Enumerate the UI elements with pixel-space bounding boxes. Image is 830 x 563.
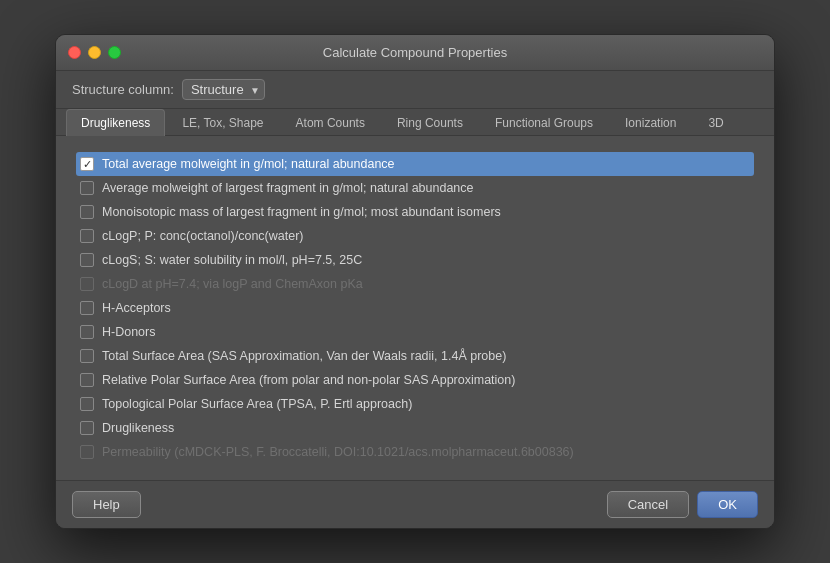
checkbox-row-total-surface-area[interactable]: Total Surface Area (SAS Approximation, V…: [76, 344, 754, 368]
tab-le-tox-shape[interactable]: LE, Tox, Shape: [167, 109, 278, 136]
tab-ring-counts[interactable]: Ring Counts: [382, 109, 478, 136]
checkbox-topological-polar[interactable]: [80, 397, 94, 411]
checkbox-label-clogs: cLogS; S: water solubility in mol/l, pH=…: [102, 253, 362, 267]
cancel-button[interactable]: Cancel: [607, 491, 689, 518]
checkbox-label-relative-polar: Relative Polar Surface Area (from polar …: [102, 373, 515, 387]
checkbox-h-acceptors[interactable]: [80, 301, 94, 315]
checkbox-druglikeness[interactable]: [80, 421, 94, 435]
maximize-button[interactable]: [108, 46, 121, 59]
checkbox-label-avg-molweight-largest: Average molweight of largest fragment in…: [102, 181, 474, 195]
checkbox-label-monoisotopic-mass: Monoisotopic mass of largest fragment in…: [102, 205, 501, 219]
footer-buttons: Cancel OK: [607, 491, 758, 518]
tab-3d[interactable]: 3D: [693, 109, 738, 136]
checkbox-row-clogp[interactable]: cLogP; P: conc(octanol)/conc(water): [76, 224, 754, 248]
checkbox-monoisotopic-mass[interactable]: [80, 205, 94, 219]
checkbox-h-donors[interactable]: [80, 325, 94, 339]
checkbox-total-avg-molweight[interactable]: [80, 157, 94, 171]
tab-ionization[interactable]: Ionization: [610, 109, 691, 136]
checkbox-row-monoisotopic-mass[interactable]: Monoisotopic mass of largest fragment in…: [76, 200, 754, 224]
tab-atom-counts[interactable]: Atom Counts: [281, 109, 380, 136]
tab-functional-groups[interactable]: Functional Groups: [480, 109, 608, 136]
checkbox-row-clogs[interactable]: cLogS; S: water solubility in mol/l, pH=…: [76, 248, 754, 272]
help-button[interactable]: Help: [72, 491, 141, 518]
checkbox-row-topological-polar[interactable]: Topological Polar Surface Area (TPSA, P.…: [76, 392, 754, 416]
checkbox-row-total-avg-molweight[interactable]: Total average molweight in g/mol; natura…: [76, 152, 754, 176]
checkbox-label-h-donors: H-Donors: [102, 325, 156, 339]
ok-button[interactable]: OK: [697, 491, 758, 518]
checkbox-label-clogp: cLogP; P: conc(octanol)/conc(water): [102, 229, 303, 243]
structure-select[interactable]: Structure: [182, 79, 265, 100]
checkbox-row-h-donors[interactable]: H-Donors: [76, 320, 754, 344]
checkbox-label-total-avg-molweight: Total average molweight in g/mol; natura…: [102, 157, 395, 171]
checkbox-label-topological-polar: Topological Polar Surface Area (TPSA, P.…: [102, 397, 412, 411]
checkbox-clogp[interactable]: [80, 229, 94, 243]
checkbox-relative-polar[interactable]: [80, 373, 94, 387]
checkbox-label-total-surface-area: Total Surface Area (SAS Approximation, V…: [102, 349, 506, 363]
checkbox-row-clogd: cLogD at pH=7.4; via logP and ChemAxon p…: [76, 272, 754, 296]
checkbox-row-h-acceptors[interactable]: H-Acceptors: [76, 296, 754, 320]
checkbox-clogd: [80, 277, 94, 291]
checkbox-label-druglikeness: Druglikeness: [102, 421, 174, 435]
checkbox-label-clogd: cLogD at pH=7.4; via logP and ChemAxon p…: [102, 277, 363, 291]
minimize-button[interactable]: [88, 46, 101, 59]
window-title: Calculate Compound Properties: [323, 45, 507, 60]
checkbox-row-permeability: Permeability (cMDCK-PLS, F. Broccatelli,…: [76, 440, 754, 464]
structure-select-wrapper[interactable]: Structure ▼: [182, 79, 265, 100]
checkbox-row-druglikeness[interactable]: Druglikeness: [76, 416, 754, 440]
checkbox-permeability: [80, 445, 94, 459]
checkbox-clogs[interactable]: [80, 253, 94, 267]
checkbox-avg-molweight-largest[interactable]: [80, 181, 94, 195]
tab-druglikeness[interactable]: Druglikeness: [66, 109, 165, 136]
footer: Help Cancel OK: [56, 480, 774, 528]
main-window: Calculate Compound Properties Structure …: [55, 34, 775, 529]
titlebar: Calculate Compound Properties: [56, 35, 774, 71]
close-button[interactable]: [68, 46, 81, 59]
toolbar: Structure column: Structure ▼: [56, 71, 774, 109]
checkbox-row-relative-polar[interactable]: Relative Polar Surface Area (from polar …: [76, 368, 754, 392]
structure-column-label: Structure column:: [72, 82, 174, 97]
checkbox-row-avg-molweight-largest[interactable]: Average molweight of largest fragment in…: [76, 176, 754, 200]
traffic-lights: [68, 46, 121, 59]
tab-content: Total average molweight in g/mol; natura…: [56, 136, 774, 480]
checkbox-label-permeability: Permeability (cMDCK-PLS, F. Broccatelli,…: [102, 445, 574, 459]
checkbox-total-surface-area[interactable]: [80, 349, 94, 363]
tab-bar: Druglikeness LE, Tox, Shape Atom Counts …: [56, 109, 774, 136]
checkbox-label-h-acceptors: H-Acceptors: [102, 301, 171, 315]
